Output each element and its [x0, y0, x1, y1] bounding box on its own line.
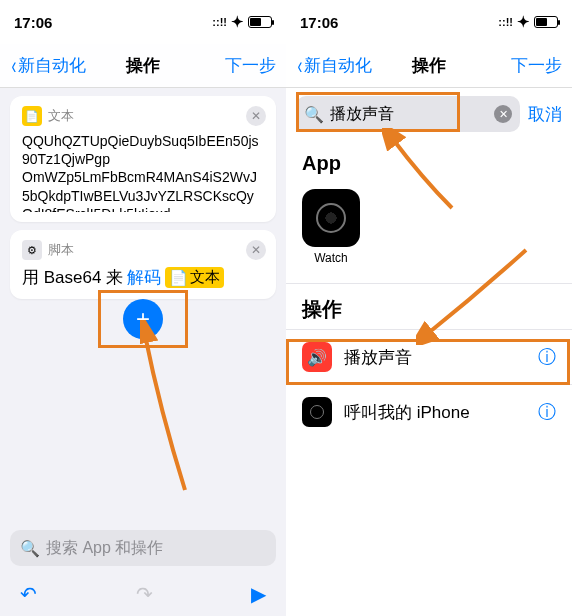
watch-icon [302, 189, 360, 247]
bottom-toolbar: ↶ ↷ ▶ [0, 572, 286, 616]
script-icon: ⚙ [22, 240, 42, 260]
status-indicators: ::!! ✦ [498, 13, 558, 31]
section-app: App [286, 140, 572, 181]
chevron-left-icon: ‹ [298, 52, 303, 80]
app-grid: Watch [286, 181, 572, 283]
text-content: QQUhQZTUpQieDuybSuq5IbEEn50js90Tz1QjwPgp… [22, 132, 264, 212]
status-bar: 17:06 ::!! ✦ [286, 0, 572, 44]
back-button[interactable]: ‹ 新自动化 [296, 52, 372, 80]
clear-icon[interactable]: ✕ [494, 105, 512, 123]
battery-icon [534, 16, 558, 28]
info-icon[interactable]: ⓘ [538, 345, 556, 369]
sound-icon: 🔊 [302, 342, 332, 372]
search-icon: 🔍 [20, 539, 40, 558]
status-indicators: ::!! ✦ [212, 13, 272, 31]
nav-bar: ‹ 新自动化 操作 下一步 [286, 44, 572, 88]
phone-right: 17:06 ::!! ✦ ‹ 新自动化 操作 下一步 🔍 播放声音 ✕ 取消 A… [286, 0, 572, 616]
redo-button: ↷ [136, 582, 153, 606]
battery-icon [248, 16, 272, 28]
text-icon: 📄 [22, 106, 42, 126]
highlight-box: + [98, 290, 188, 348]
nav-bar: ‹ 新自动化 操作 下一步 [0, 44, 286, 88]
cancel-button[interactable]: 取消 [528, 103, 562, 126]
card-label: 文本 [48, 107, 74, 125]
info-icon[interactable]: ⓘ [538, 400, 556, 424]
close-icon[interactable]: ✕ [246, 106, 266, 126]
page-title: 操作 [412, 54, 446, 77]
script-body: 用 Base64 来 解码 📄文本 [22, 266, 264, 289]
close-icon[interactable]: ✕ [246, 240, 266, 260]
play-button[interactable]: ▶ [251, 582, 266, 606]
section-actions: 操作 [286, 283, 572, 329]
watch-icon [302, 397, 332, 427]
status-bar: 17:06 ::!! ✦ [0, 0, 286, 44]
status-time: 17:06 [14, 14, 52, 31]
content-area: 📄 文本 ✕ QQUhQZTUpQieDuybSuq5IbEEn50js90Tz… [0, 88, 286, 315]
script-card[interactable]: ⚙ 脚本 ✕ 用 Base64 来 解码 📄文本 [10, 230, 276, 299]
action-ping-iphone[interactable]: 呼叫我的 iPhone ⓘ [286, 384, 572, 439]
text-card[interactable]: 📄 文本 ✕ QQUhQZTUpQieDuybSuq5IbEEn50js90Tz… [10, 96, 276, 222]
action-play-sound[interactable]: 🔊 播放声音 ⓘ [286, 329, 572, 384]
chevron-left-icon: ‹ [12, 52, 17, 80]
search-value: 播放声音 [330, 104, 488, 125]
decode-link[interactable]: 解码 [127, 266, 161, 289]
back-button[interactable]: ‹ 新自动化 [10, 52, 86, 80]
undo-button[interactable]: ↶ [20, 582, 37, 606]
phone-left: 17:06 ::!! ✦ ‹ 新自动化 操作 下一步 📄 文本 ✕ QQUhQZ… [0, 0, 286, 616]
app-watch[interactable]: Watch [302, 189, 556, 265]
text-tag[interactable]: 📄文本 [165, 267, 224, 288]
next-button[interactable]: 下一步 [225, 54, 276, 77]
search-input[interactable]: 🔍 搜索 App 和操作 [10, 530, 276, 566]
add-button[interactable]: + [123, 299, 163, 339]
search-area: 🔍 播放声音 ✕ 取消 [286, 88, 572, 140]
page-title: 操作 [126, 54, 160, 77]
next-button[interactable]: 下一步 [511, 54, 562, 77]
search-input[interactable]: 🔍 播放声音 ✕ [296, 96, 520, 132]
search-icon: 🔍 [304, 105, 324, 124]
status-time: 17:06 [300, 14, 338, 31]
card-label: 脚本 [48, 241, 74, 259]
